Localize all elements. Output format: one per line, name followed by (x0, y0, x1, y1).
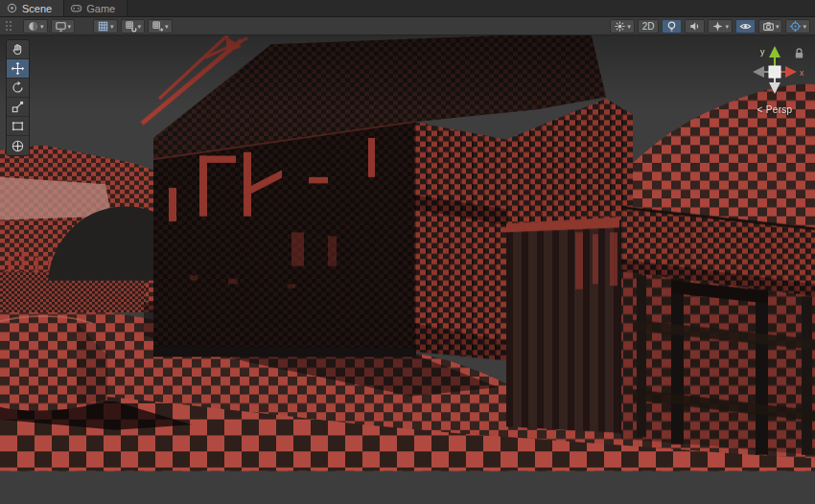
rect-tool-button[interactable] (7, 117, 29, 136)
gizmo-neg-y-cone[interactable] (769, 82, 780, 94)
flare-icon (614, 20, 626, 33)
tab-scene-label: Scene (22, 3, 52, 14)
unity-scene-view-window: Scene Game ▾ (0, 0, 815, 504)
gizmo-x-cone[interactable] (785, 66, 797, 78)
2d-label: 2D (641, 21, 656, 32)
transform-icon (11, 139, 25, 153)
scene-viewport[interactable]: y x < Persp (0, 35, 815, 504)
view-toggles-group: ▾ 2D ▾ (610, 19, 810, 34)
transform-tool-button[interactable] (7, 136, 29, 155)
scale-icon (11, 100, 25, 114)
draw-mode-group: ▾ ▾ (23, 19, 75, 34)
debug-mode-dropdown[interactable]: ▾ (610, 19, 635, 34)
projection-label[interactable]: < Persp (736, 104, 813, 115)
dropdown-caret-icon: ▾ (68, 23, 72, 30)
snap-increment-dropdown[interactable]: ▾ (148, 19, 173, 34)
dropdown-caret-icon: ▾ (165, 23, 169, 30)
effects-dropdown[interactable]: ▾ (708, 19, 733, 34)
view-tab-bar: Scene Game (0, 0, 815, 17)
shaded-sphere-icon (27, 20, 39, 33)
scene-visibility-toggle[interactable] (735, 19, 756, 34)
tab-scene[interactable]: Scene (0, 0, 64, 16)
tab-game-label: Game (86, 3, 115, 14)
move-icon (11, 61, 25, 76)
tab-game[interactable]: Game (64, 0, 128, 16)
scene-tab-icon (6, 2, 18, 14)
eye-icon (739, 20, 752, 33)
view-tool-button[interactable] (7, 40, 29, 59)
scene-render (0, 35, 815, 504)
dropdown-caret-icon: ▾ (110, 23, 114, 30)
building-facade-shade (153, 122, 414, 352)
2d-toggle[interactable]: 2D (638, 19, 660, 34)
building-base (153, 346, 416, 356)
dropdown-caret-icon: ▾ (138, 23, 142, 30)
grid-magnet-icon (125, 20, 137, 33)
dropdown-caret-icon: ▾ (40, 23, 44, 30)
overlay-handle-icon[interactable] (5, 20, 12, 32)
game-tab-icon (70, 2, 82, 14)
rotate-tool-button[interactable] (7, 79, 29, 98)
dropdown-caret-icon: ▾ (725, 23, 729, 30)
rect-icon (11, 119, 25, 133)
bulb-icon (665, 20, 678, 33)
gizmo-y-cone[interactable] (769, 46, 780, 57)
grid-icon (97, 20, 109, 33)
hand-icon (11, 42, 25, 57)
gizmos-dropdown[interactable]: ▾ (785, 19, 810, 34)
dropdown-caret-icon: ▾ (776, 23, 780, 30)
tools-overlay (6, 39, 30, 156)
scene-view-toolbar: ▾ ▾ ▾ ▾ (0, 17, 815, 35)
crosshair-icon (789, 20, 802, 33)
monitor-icon (55, 20, 67, 33)
shading-mode-dropdown[interactable]: ▾ (23, 19, 48, 34)
camera-dropdown[interactable]: ▾ (758, 19, 783, 34)
top-vignette (0, 35, 815, 106)
rotate-icon (11, 80, 25, 95)
dropdown-caret-icon: ▾ (803, 23, 806, 30)
move-tool-button[interactable] (7, 59, 29, 79)
gizmo-center-cube[interactable] (769, 66, 780, 78)
dropdown-caret-icon: ▾ (627, 23, 631, 30)
leanto-red-slats (575, 232, 617, 288)
view-options-dropdown[interactable]: ▾ (51, 19, 76, 34)
lock-icon[interactable] (793, 46, 805, 63)
gizmo-neg-x-cone[interactable] (753, 66, 764, 78)
grid-snap-dropdown[interactable]: ▾ (121, 19, 146, 34)
camera-icon (762, 20, 775, 33)
lighting-toggle[interactable] (662, 19, 682, 34)
sparkle-icon (711, 20, 724, 33)
grid-snap-group: ▾ ▾ ▾ (93, 19, 173, 34)
side-wall-planks (414, 122, 506, 360)
speaker-icon (688, 20, 701, 33)
gizmo-y-label: y (760, 47, 765, 57)
gizmo-x-label: x (800, 68, 804, 78)
grid-move-icon (151, 20, 164, 33)
scale-tool-button[interactable] (7, 98, 29, 117)
fence-shade (621, 271, 815, 455)
grid-visibility-dropdown[interactable]: ▾ (93, 19, 118, 34)
audio-toggle[interactable] (685, 19, 705, 34)
